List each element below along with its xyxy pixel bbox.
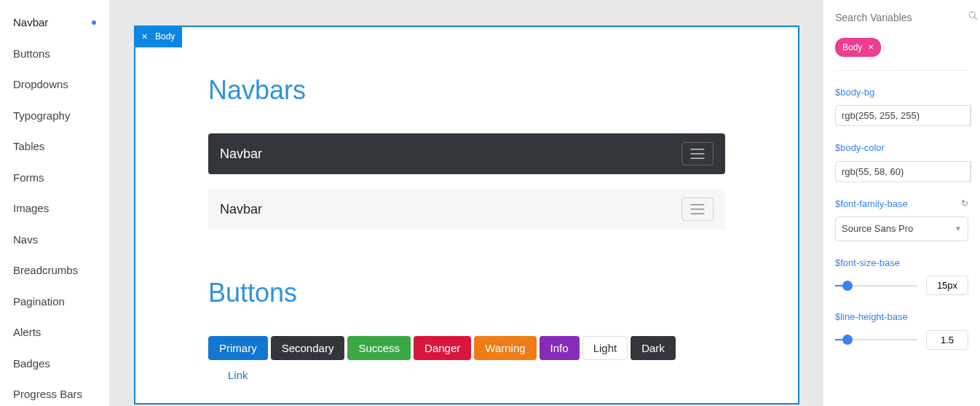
sidebar-item-label: Pagination: [13, 294, 65, 311]
slider-thumb[interactable]: [842, 335, 853, 345]
button-primary[interactable]: Primary: [208, 336, 268, 360]
sidebar-item-alerts[interactable]: Alerts: [0, 317, 109, 348]
button-row: Primary Secondary Success Danger Warning…: [208, 336, 725, 387]
svg-line-1: [975, 17, 978, 20]
sidebar-item-label: Navs: [13, 232, 38, 249]
section-heading-navbars: Navbars: [208, 71, 725, 110]
sidebar-item-label: Breadcrumbs: [13, 262, 78, 279]
sidebar-item-breadcrumbs[interactable]: Breadcrumbs: [0, 255, 109, 286]
sidebar-item-label: Buttons: [13, 46, 50, 63]
search-icon[interactable]: [968, 10, 978, 25]
sidebar-item-label: Progress Bars: [13, 386, 82, 403]
color-swatch[interactable]: [971, 161, 971, 182]
var-label-font-size: $font-size-base: [835, 256, 968, 270]
section-heading-buttons: Buttons: [208, 273, 725, 313]
sidebar-item-navbar[interactable]: Navbar: [0, 7, 109, 39]
selection-tag[interactable]: ✕ Body: [134, 26, 182, 47]
hamburger-icon: [690, 204, 705, 214]
font-size-slider[interactable]: [835, 278, 917, 293]
preview-area: ✕ Body Navbars Navbar Navbar: [109, 0, 823, 406]
sidebar-item-buttons[interactable]: Buttons: [0, 39, 109, 70]
sidebar-item-label: Dropdowns: [13, 77, 68, 93]
line-height-slider[interactable]: [835, 332, 917, 347]
button-dark[interactable]: Dark: [631, 336, 676, 360]
close-icon[interactable]: ✕: [141, 31, 148, 43]
svg-point-0: [969, 12, 975, 17]
button-warning[interactable]: Warning: [474, 336, 536, 360]
navbar-light: Navbar: [208, 189, 725, 230]
navbar-toggle-button[interactable]: [681, 198, 714, 221]
var-label-line-height: $line-height-base: [835, 310, 968, 324]
hamburger-icon: [690, 149, 705, 159]
sidebar-item-forms[interactable]: Forms: [0, 163, 109, 194]
variables-panel: Body ✕ $body-bg $body-color $font-family…: [823, 0, 980, 406]
search-input[interactable]: [835, 12, 963, 23]
body-color-input[interactable]: [835, 161, 971, 182]
var-label-font-family: $font-family-base: [835, 197, 908, 211]
sidebar-item-label: Alerts: [13, 324, 41, 341]
navbar-dark: Navbar: [208, 133, 725, 174]
button-link[interactable]: Link: [217, 363, 259, 387]
preview-frame[interactable]: Navbars Navbar Navbar Buttons: [134, 26, 799, 405]
slider-thumb[interactable]: [842, 281, 853, 291]
sidebar-item-label: Forms: [13, 170, 44, 187]
sidebar-item-dropdowns[interactable]: Dropdowns: [0, 69, 109, 101]
selection-tag-label: Body: [155, 30, 175, 43]
filter-pill-body[interactable]: Body ✕: [835, 38, 881, 57]
filter-pill-label: Body: [842, 41, 862, 54]
color-swatch[interactable]: [971, 105, 971, 126]
component-sidebar: Navbar Buttons Dropdowns Typography Tabl…: [0, 0, 109, 406]
reset-icon[interactable]: ↻: [961, 197, 968, 210]
var-label-body-color: $body-color: [835, 141, 968, 155]
caret-down-icon: ▼: [955, 223, 962, 234]
button-info[interactable]: Info: [540, 336, 580, 360]
button-success[interactable]: Success: [347, 336, 411, 360]
sidebar-item-label: Typography: [13, 108, 70, 125]
navbar-toggle-button[interactable]: [681, 142, 714, 165]
sidebar-item-label: Tables: [13, 138, 44, 155]
button-danger[interactable]: Danger: [414, 336, 471, 360]
active-dot-icon: [92, 20, 96, 25]
close-icon[interactable]: ✕: [868, 42, 874, 52]
sidebar-item-tables[interactable]: Tables: [0, 131, 109, 163]
sidebar-item-badges[interactable]: Badges: [0, 348, 109, 380]
navbar-brand[interactable]: Navbar: [220, 144, 262, 164]
font-size-value-input[interactable]: [926, 276, 968, 295]
sidebar-item-label: Navbar: [13, 15, 48, 31]
sidebar-item-navs[interactable]: Navs: [0, 225, 109, 256]
body-bg-input[interactable]: [835, 105, 971, 126]
font-family-select[interactable]: Source Sans Pro ▼: [835, 216, 968, 241]
sidebar-item-pagination[interactable]: Pagination: [0, 286, 109, 318]
button-secondary[interactable]: Secondary: [271, 336, 345, 360]
sidebar-item-label: Badges: [13, 356, 50, 372]
button-light[interactable]: Light: [582, 336, 628, 360]
navbar-brand[interactable]: Navbar: [220, 200, 262, 219]
line-height-value-input[interactable]: [926, 330, 968, 350]
preview-content: Navbars Navbar Navbar Buttons: [135, 27, 798, 405]
sidebar-item-typography[interactable]: Typography: [0, 101, 109, 132]
sidebar-item-progress-bars[interactable]: Progress Bars: [0, 379, 109, 406]
sidebar-item-label: Images: [13, 200, 49, 217]
sidebar-item-images[interactable]: Images: [0, 193, 109, 225]
var-label-body-bg: $body-bg: [835, 85, 968, 100]
select-value: Source Sans Pro: [842, 222, 913, 236]
